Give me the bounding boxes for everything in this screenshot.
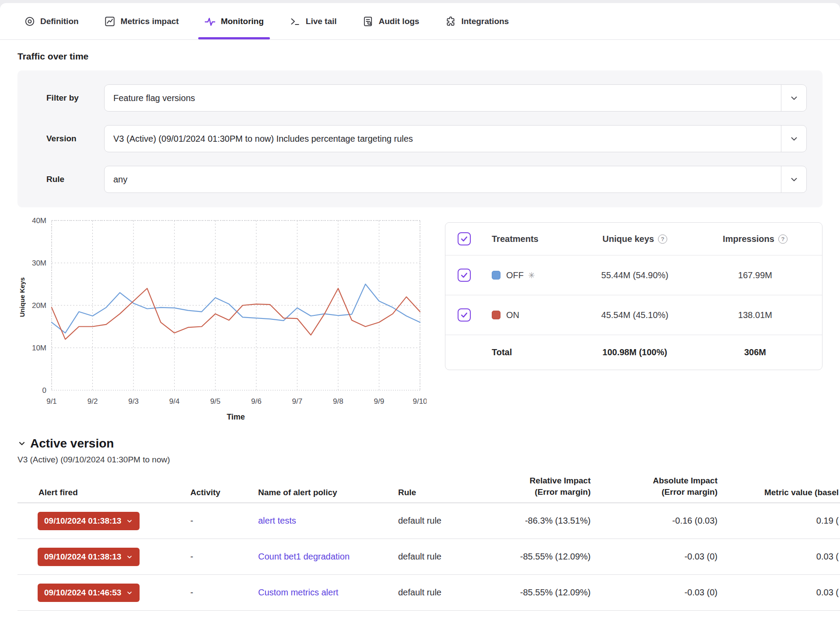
active-version-section: Active version V3 (Active) (09/10/2024 0…: [0, 422, 840, 465]
rule-label: Rule: [46, 175, 104, 184]
metric-value-header: Metric value (basel: [722, 488, 840, 497]
alerts-table: Alert fired Activity Name of alert polic…: [18, 475, 840, 611]
tab-monitoring[interactable]: Monitoring: [204, 3, 264, 39]
tab-live-tail[interactable]: Live tail: [289, 3, 337, 39]
svg-text:9/9: 9/9: [374, 397, 385, 406]
total-label: Total: [492, 347, 569, 357]
svg-text:20M: 20M: [32, 301, 46, 310]
tab-label: Integrations: [461, 17, 509, 26]
relative-impact-cell: -85.55% (12.09%): [481, 588, 595, 598]
pulse-icon: [204, 15, 216, 27]
svg-text:9/10: 9/10: [413, 397, 427, 406]
puzzle-icon: [444, 15, 456, 27]
treatments-table: Treatments Unique keys ? Impressions ? O…: [445, 222, 822, 370]
svg-text:40M: 40M: [32, 217, 46, 225]
version-label: Version: [46, 134, 104, 143]
chevron-down-icon: [126, 518, 133, 525]
unique-keys-header: Unique keys: [602, 234, 654, 244]
document-search-icon: [362, 15, 374, 27]
rule-cell: default rule: [378, 552, 481, 562]
version-select[interactable]: V3 (Active) (09/01/2024 01:30PM to now) …: [104, 125, 807, 152]
absolute-impact-cell: -0.03 (0): [595, 552, 722, 562]
absolute-impact-cell: -0.03 (0): [595, 588, 722, 598]
header-line: (Error margin): [535, 486, 591, 498]
svg-text:9/6: 9/6: [251, 397, 262, 406]
impressions-value: 167.99M: [700, 270, 810, 280]
tab-label: Live tail: [306, 17, 337, 26]
activity-cell: -: [166, 516, 234, 526]
tab-integrations[interactable]: Integrations: [444, 3, 509, 39]
filter-by-row: Filter by Feature flag versions: [46, 84, 807, 112]
help-icon[interactable]: ?: [778, 234, 788, 244]
alert-policy-link[interactable]: Count bet1 degradation: [258, 552, 350, 561]
alert-fired-time: 09/10/2024 01:46:53: [44, 588, 121, 598]
activity-header: Activity: [166, 488, 234, 497]
select-all-checkbox[interactable]: [458, 232, 471, 245]
off-series-swatch: [492, 271, 500, 280]
definition-icon: [24, 15, 35, 27]
rule-select[interactable]: any: [104, 166, 807, 193]
rule-cell: default rule: [378, 516, 481, 526]
treatment-checkbox[interactable]: [458, 269, 471, 282]
alert-fired-dropdown[interactable]: 09/10/2024 01:38:13: [38, 548, 140, 566]
active-version-toggle[interactable]: Active version: [18, 437, 822, 451]
activity-cell: -: [166, 552, 234, 562]
chevron-down-icon[interactable]: [781, 166, 806, 192]
header-line: Relative Impact: [530, 475, 591, 486]
metrics-chart-icon: [104, 15, 116, 27]
svg-text:9/7: 9/7: [292, 397, 303, 406]
version-row: Version V3 (Active) (09/01/2024 01:30PM …: [46, 125, 807, 152]
alert-policy-link[interactable]: alert tests: [258, 516, 296, 525]
impressions-value: 138.01M: [700, 310, 810, 320]
treatments-header: Treatments: [492, 234, 569, 244]
page-title: Traffic over time: [0, 40, 840, 62]
chevron-down-icon[interactable]: [781, 85, 806, 111]
terminal-icon: [289, 15, 301, 27]
tab-label: Monitoring: [221, 17, 264, 26]
treatment-name: OFF: [506, 270, 524, 280]
relative-impact-cell: -85.55% (12.09%): [481, 552, 595, 562]
relative-impact-header: Relative Impact (Error margin): [481, 475, 595, 497]
absolute-impact-cell: -0.16 (0.03): [595, 516, 722, 526]
traffic-section: Unique Keys 010M20M30M40M9/19/29/39/49/5…: [0, 207, 840, 422]
chevron-down-icon: [18, 439, 26, 448]
svg-text:0: 0: [42, 386, 46, 395]
on-series-swatch: [492, 311, 500, 319]
metric-value-cell: 0.03 (: [722, 588, 840, 598]
alert-policy-link[interactable]: Custom metrics alert: [258, 588, 338, 597]
treatment-name: ON: [506, 310, 519, 320]
traffic-chart: Unique Keys 010M20M30M40M9/19/29/39/49/5…: [18, 216, 427, 422]
relative-impact-cell: -86.3% (13.51%): [481, 516, 595, 526]
tab-bar: Definition Metrics impact Monitoring: [0, 3, 840, 40]
alert-fired-header: Alert fired: [18, 488, 166, 497]
total-impressions: 306M: [700, 347, 810, 357]
treatments-total-row: Total 100.98M (100%) 306M: [445, 335, 822, 370]
svg-text:9/4: 9/4: [169, 397, 180, 406]
tab-metrics-impact[interactable]: Metrics impact: [104, 3, 179, 39]
svg-text:9/2: 9/2: [88, 397, 98, 406]
tab-label: Metrics impact: [121, 17, 179, 26]
version-value: V3 (Active) (09/01/2024 01:30PM to now) …: [113, 134, 413, 144]
alert-row: 09/10/2024 01:46:53 - Custom metrics ale…: [18, 575, 840, 611]
chevron-down-icon[interactable]: [781, 126, 806, 152]
alert-row: 09/10/2024 01:38:13 - alert tests defaul…: [18, 503, 840, 539]
filter-by-value: Feature flag versions: [113, 93, 195, 103]
tab-audit-logs[interactable]: Audit logs: [362, 3, 420, 39]
treatment-row-off: OFF ✳ 55.44M (54.90%) 167.99M: [445, 255, 822, 295]
filter-panel: Filter by Feature flag versions Version …: [18, 70, 822, 207]
filter-by-select[interactable]: Feature flag versions: [104, 84, 807, 112]
tab-definition[interactable]: Definition: [24, 3, 79, 39]
svg-text:9/8: 9/8: [333, 397, 343, 406]
rule-value: any: [113, 175, 127, 185]
unique-keys-value: 55.44M (54.90%): [569, 270, 700, 280]
main-panel: Definition Metrics impact Monitoring: [0, 3, 840, 626]
svg-text:30M: 30M: [32, 259, 46, 267]
help-icon[interactable]: ?: [658, 234, 667, 244]
chevron-down-icon: [126, 589, 133, 596]
treatment-checkbox[interactable]: [458, 308, 471, 322]
alert-fired-dropdown[interactable]: 09/10/2024 01:46:53: [38, 584, 140, 602]
x-axis-label: Time: [52, 413, 420, 422]
tab-label: Definition: [40, 17, 79, 26]
alert-fired-dropdown[interactable]: 09/10/2024 01:38:13: [38, 512, 140, 530]
rule-header: Rule: [378, 488, 481, 497]
